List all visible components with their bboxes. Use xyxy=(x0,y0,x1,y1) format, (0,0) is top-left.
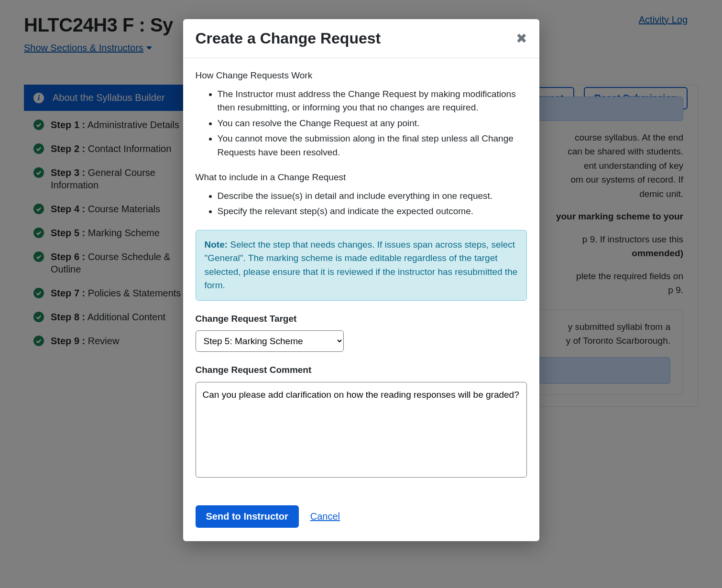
list-item: You cannot move the submission along in … xyxy=(218,132,527,159)
include-list: Describe the issue(s) in detail and incl… xyxy=(196,189,527,218)
list-item: You can resolve the Change Request at an… xyxy=(218,117,527,131)
list-item: Specify the relevant step(s) and indicat… xyxy=(218,205,527,218)
target-label: Change Request Target xyxy=(196,312,527,326)
cancel-link[interactable]: Cancel xyxy=(310,511,340,522)
list-item: The Instructor must address the Change R… xyxy=(218,87,527,115)
note-body: Select the step that needs changes. If i… xyxy=(205,240,518,291)
note-label: Note: xyxy=(205,240,228,250)
how-heading: How Change Requests Work xyxy=(196,69,527,83)
include-heading: What to include in a Change Request xyxy=(196,171,527,185)
change-request-comment-textarea[interactable] xyxy=(196,382,527,478)
modal-title: Create a Change Request xyxy=(196,30,381,47)
create-change-request-modal: Create a Change Request ✖ How Change Req… xyxy=(183,19,539,541)
modal-close-button[interactable]: ✖ xyxy=(516,32,527,45)
change-request-target-select[interactable]: Step 5: Marking Scheme xyxy=(196,330,344,352)
send-to-instructor-button[interactable]: Send to Instructor xyxy=(196,505,299,528)
note-box: Note: Select the step that needs changes… xyxy=(196,230,527,301)
modal-overlay[interactable]: Create a Change Request ✖ How Change Req… xyxy=(0,0,722,588)
list-item: Describe the issue(s) in detail and incl… xyxy=(218,189,527,203)
how-list: The Instructor must address the Change R… xyxy=(196,87,527,160)
comment-label: Change Request Comment xyxy=(196,363,527,377)
